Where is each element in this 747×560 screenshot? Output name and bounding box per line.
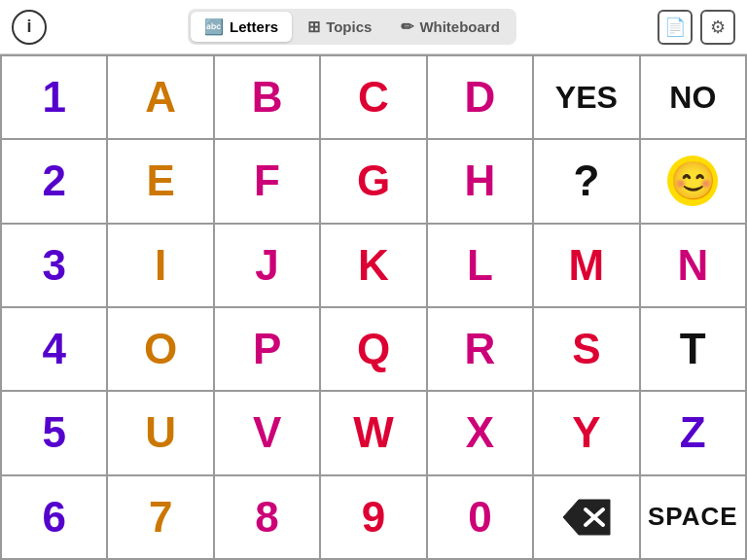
header-right: 📄 ⚙ (658, 10, 735, 45)
cell-r4-c4[interactable]: X (428, 392, 534, 475)
info-button[interactable]: i (12, 10, 47, 45)
tab-topics[interactable]: ⊞ Topics (294, 12, 385, 42)
tab-topics-label: Topics (326, 18, 372, 35)
cell-r3-c2[interactable]: P (215, 308, 321, 392)
cell-r4-c1[interactable]: U (108, 392, 214, 475)
cell-text-r2-c4: L (467, 241, 493, 290)
cell-text-r3-c4: R (465, 325, 496, 373)
cell-r1-c5[interactable]: ? (534, 140, 640, 224)
cell-r4-c2[interactable]: V (215, 392, 321, 475)
tab-whiteboard-label: Whiteboard (419, 18, 500, 35)
cell-text-r0-c3: C (358, 73, 389, 122)
tab-whiteboard[interactable]: ✏ Whiteboard (387, 12, 514, 42)
cell-r4-c3[interactable]: W (321, 392, 427, 475)
cell-text-r2-c2: J (255, 241, 278, 290)
cell-text-r4-c6: Z (680, 408, 706, 457)
cell-text-r1-c4: H (465, 157, 496, 205)
cell-r2-c1[interactable]: I (108, 225, 214, 308)
cell-text-r4-c5: Y (572, 408, 600, 457)
cell-r2-c5[interactable]: M (534, 225, 640, 308)
cell-r5-c1[interactable]: 7 (108, 476, 214, 560)
cell-text-r2-c3: K (358, 241, 389, 290)
cell-r5-c2[interactable]: 8 (215, 476, 321, 560)
cell-text-r0-c2: B (252, 73, 283, 122)
cell-r5-c6[interactable]: SPACE (641, 476, 747, 560)
cell-r4-c6[interactable]: Z (641, 392, 747, 475)
cell-r2-c4[interactable]: L (428, 225, 534, 308)
cell-r5-c5[interactable] (534, 476, 640, 560)
cell-text-r5-c2: 8 (255, 493, 278, 542)
cell-r3-c3[interactable]: Q (321, 308, 427, 392)
cell-r3-c0[interactable]: 4 (2, 308, 108, 392)
cell-r1-c3[interactable]: G (321, 140, 427, 224)
settings-button[interactable]: ⚙ (700, 10, 735, 45)
cell-r1-c0[interactable]: 2 (2, 140, 108, 224)
letters-icon: 🔤 (204, 18, 224, 36)
cell-text-r0-c6: NO (669, 80, 716, 116)
cell-r3-c4[interactable]: R (428, 308, 534, 392)
cell-r5-c0[interactable]: 6 (2, 476, 108, 560)
cell-r1-c1[interactable]: E (108, 140, 214, 224)
space-label: SPACE (648, 502, 738, 532)
cell-text-r3-c2: P (253, 325, 281, 373)
cell-r2-c6[interactable]: N (641, 225, 747, 308)
cell-r0-c1[interactable]: A (108, 56, 214, 140)
topics-icon: ⊞ (307, 18, 320, 36)
cell-text-r0-c5: YES (555, 80, 618, 116)
cell-r0-c2[interactable]: B (215, 56, 321, 140)
cell-r5-c3[interactable]: 9 (321, 476, 427, 560)
cell-text-r3-c6: T (680, 325, 706, 373)
cell-text-r0-c4: D (465, 73, 496, 122)
cell-text-r4-c0: 5 (42, 408, 65, 457)
cell-text-r0-c1: A (145, 73, 176, 122)
cell-text-r5-c0: 6 (42, 493, 65, 542)
cell-r0-c6[interactable]: NO (641, 56, 747, 140)
cell-r3-c1[interactable]: O (108, 308, 214, 392)
cell-text-r3-c1: O (144, 325, 177, 373)
header: i 🔤 Letters ⊞ Topics ✏ Whiteboard 📄 ⚙ (0, 0, 747, 54)
cell-r3-c5[interactable]: S (534, 308, 640, 392)
letter-grid: 1ABCDYESNO2EFGH?😊3IJKLMN4OPQRST5UVWXYZ67… (0, 54, 747, 560)
cell-text-r4-c3: W (353, 408, 394, 457)
cell-r5-c4[interactable]: 0 (428, 476, 534, 560)
cell-text-r2-c6: N (677, 241, 708, 290)
cell-text-r5-c4: 0 (468, 493, 491, 542)
cell-text-r2-c1: I (155, 241, 166, 290)
cell-r0-c4[interactable]: D (428, 56, 534, 140)
export-button[interactable]: 📄 (658, 10, 693, 45)
header-left: i (12, 10, 47, 45)
cell-text-r3-c5: S (572, 325, 600, 373)
cell-text-r1-c5: ? (573, 157, 599, 205)
cell-r0-c0[interactable]: 1 (2, 56, 108, 140)
cell-text-r4-c2: V (253, 408, 281, 457)
cell-text-r2-c5: M (569, 241, 605, 290)
cell-text-r1-c3: G (357, 157, 390, 205)
cell-text-r4-c1: U (145, 408, 176, 457)
cell-r0-c3[interactable]: C (321, 56, 427, 140)
cell-text-r1-c1: E (146, 157, 174, 205)
cell-r4-c0[interactable]: 5 (2, 392, 108, 475)
backspace-icon (559, 496, 614, 539)
cell-r2-c2[interactable]: J (215, 225, 321, 308)
cell-r3-c6[interactable]: T (641, 308, 747, 392)
whiteboard-icon: ✏ (401, 18, 413, 36)
cell-r1-c6[interactable]: 😊 (641, 140, 747, 224)
cell-text-r3-c0: 4 (42, 325, 65, 373)
cell-text-r5-c1: 7 (149, 493, 172, 542)
cell-r0-c5[interactable]: YES (534, 56, 640, 140)
cell-r1-c4[interactable]: H (428, 140, 534, 224)
cell-text-r5-c3: 9 (362, 493, 385, 542)
cell-r2-c0[interactable]: 3 (2, 225, 108, 308)
cell-text-r2-c0: 3 (42, 241, 65, 290)
cell-text-r3-c3: Q (357, 325, 390, 373)
cell-text-r1-c2: F (254, 157, 280, 205)
smiley-icon: 😊 (667, 156, 718, 206)
cell-r1-c2[interactable]: F (215, 140, 321, 224)
cell-text-r1-c0: 2 (42, 157, 65, 205)
cell-text-r4-c4: X (466, 408, 494, 457)
cell-text-r0-c0: 1 (42, 73, 65, 122)
tab-letters-label: Letters (230, 18, 278, 35)
cell-r2-c3[interactable]: K (321, 225, 427, 308)
cell-r4-c5[interactable]: Y (534, 392, 640, 475)
tab-letters[interactable]: 🔤 Letters (191, 12, 292, 42)
